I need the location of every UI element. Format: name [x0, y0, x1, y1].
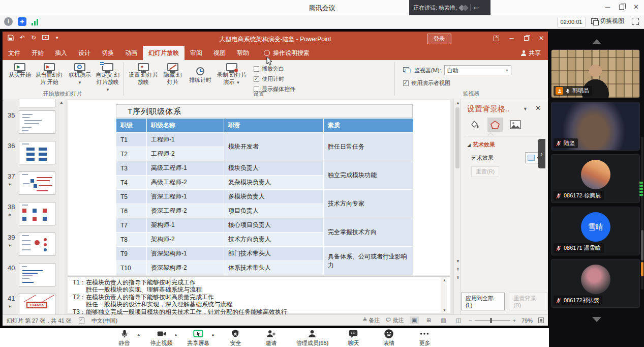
- slideshow-view-icon[interactable]: ◫: [454, 316, 463, 324]
- effects-pentagon-icon[interactable]: [487, 118, 503, 132]
- video-options-caret[interactable]: ▲: [174, 333, 178, 336]
- menu-transitions[interactable]: 切换: [96, 46, 119, 60]
- participant-tile[interactable]: 郭明晶: [551, 49, 640, 98]
- setup-show-button[interactable]: ● 设置 幻灯片放映: [128, 63, 159, 86]
- participant-tile[interactable]: 雪晴 086171 温雪晴: [551, 207, 640, 255]
- ppt-close-button[interactable]: ✕: [539, 35, 544, 42]
- redo-icon[interactable]: ↻: [31, 34, 36, 41]
- comments-toggle[interactable]: 🗩 批注: [386, 316, 404, 324]
- thumbnail-scrollbar[interactable]: ▲: [58, 99, 65, 314]
- qat-dropdown-icon[interactable]: ▼: [55, 36, 59, 40]
- thumbnail-37[interactable]: 37 ✶: [3, 171, 65, 197]
- slide-thumbnail-pane: 35 36 37 ✶ 38 ✶ 39: [3, 99, 65, 314]
- stop-video-button[interactable]: 停止视频: [146, 328, 177, 347]
- restore-button[interactable]: [619, 5, 624, 10]
- picture-fill-icon[interactable]: [508, 118, 523, 132]
- thumbnail-39[interactable]: 39 ✶: [3, 233, 65, 258]
- menu-animations[interactable]: 动画: [119, 46, 143, 60]
- artistic-effects-section[interactable]: ◢艺术效果: [467, 141, 495, 149]
- thumbnail-36[interactable]: 36: [3, 141, 65, 166]
- from-current-button[interactable]: ▶ 从当前幻灯片 开始: [34, 63, 65, 86]
- reply-arrow-icon[interactable]: ↩: [473, 4, 479, 12]
- thumbnail-38[interactable]: 38 ✶: [3, 202, 65, 227]
- from-beginning-button[interactable]: ▶ 从头开始: [7, 63, 33, 79]
- scroll-down-arrow[interactable]: [592, 317, 601, 322]
- fit-to-window-icon[interactable]: [538, 317, 544, 323]
- rehearse-timings-button[interactable]: 排练计时: [187, 67, 214, 84]
- security-button[interactable]: 安全: [220, 328, 251, 347]
- use-timings-checkbox[interactable]: 使用计时: [254, 75, 295, 83]
- tell-me-search[interactable]: 操作说明搜索: [255, 46, 310, 60]
- chat-button[interactable]: 聊天: [338, 328, 369, 347]
- sidebar-scroll-thumb[interactable]: [641, 230, 643, 261]
- zoom-level[interactable]: 79%: [522, 317, 533, 324]
- more-button[interactable]: 更多: [409, 328, 440, 347]
- zoom-slider[interactable]: − +: [469, 317, 516, 324]
- emoji-button[interactable]: 表情: [373, 328, 405, 347]
- apply-to-all-button[interactable]: 应用到全部(L): [461, 293, 505, 310]
- thumbnail-40[interactable]: 40: [3, 263, 65, 288]
- minimize-button[interactable]: ─: [605, 3, 610, 11]
- present-online-button[interactable]: 联机演示 ▼: [67, 63, 93, 86]
- custom-show-button[interactable]: 自定义 幻灯片放映 ▼: [94, 63, 121, 93]
- record-slideshow-button[interactable]: 录制 幻灯片演示 ▼: [216, 63, 248, 86]
- reset-effect-button[interactable]: 重置(R): [471, 166, 499, 177]
- menu-design[interactable]: 设计: [73, 46, 96, 60]
- hide-slide-button[interactable]: 隐藏 幻灯片: [161, 63, 185, 86]
- notes-scrollbar[interactable]: ▲▼: [441, 277, 447, 313]
- presenter-view-checkbox[interactable]: 使用演示者视图: [403, 79, 450, 87]
- language-indicator[interactable]: 中文(中国): [91, 317, 117, 325]
- zoom-in-icon[interactable]: +: [513, 317, 516, 324]
- switch-view-button[interactable]: 切换视图: [591, 17, 624, 25]
- share-button[interactable]: 共享: [514, 46, 548, 60]
- play-narrations-checkbox[interactable]: 播放旁白: [254, 65, 295, 73]
- spellcheck-icon[interactable]: [79, 317, 84, 324]
- normal-view-icon[interactable]: ▣: [410, 316, 419, 324]
- menu-file[interactable]: 文件: [3, 46, 26, 60]
- save-icon[interactable]: [8, 35, 14, 41]
- undo-icon[interactable]: ↶: [20, 34, 25, 41]
- participant-tile[interactable]: 086172祁弘弢: [551, 259, 640, 308]
- thumbnail-35[interactable]: 35: [3, 110, 65, 136]
- scroll-up-arrow[interactable]: [592, 39, 601, 44]
- sidebar-collapse-handle[interactable]: ›: [538, 139, 545, 168]
- panel-close-icon[interactable]: ✕: [535, 104, 541, 112]
- participant-tile[interactable]: 陆坚: [551, 102, 640, 151]
- menu-home[interactable]: 开始: [26, 46, 49, 60]
- reading-view-icon[interactable]: ▥: [439, 316, 448, 324]
- menu-help[interactable]: 帮助: [231, 46, 255, 60]
- participant-tile[interactable]: 086172-徐腾辰: [551, 154, 640, 203]
- slide-scrollbar[interactable]: ▲ ▼⇞⇟: [453, 99, 461, 314]
- protection-shield-icon[interactable]: ✚: [18, 17, 26, 26]
- fullscreen-icon[interactable]: [632, 18, 639, 25]
- ppt-login-button[interactable]: 登录: [427, 34, 451, 44]
- scrollbar-thumb[interactable]: [455, 107, 459, 168]
- mute-button[interactable]: 静音: [109, 328, 140, 347]
- ribbon-options-icon[interactable]: [494, 36, 499, 41]
- ppt-restore-button[interactable]: [524, 36, 529, 41]
- panel-dropdown-icon[interactable]: ▼: [523, 106, 528, 111]
- menu-review[interactable]: 审阅: [185, 46, 208, 60]
- meeting-info-icon[interactable]: i: [4, 17, 13, 26]
- thumbnail-partial[interactable]: [19, 99, 55, 107]
- manage-members-button[interactable]: 管理成员(65): [291, 328, 333, 347]
- slide-sorter-icon[interactable]: ⊞: [424, 316, 433, 324]
- ppt-minimize-button[interactable]: ─: [509, 35, 514, 42]
- notes-toggle[interactable]: ≜ 备注: [362, 316, 380, 324]
- monitor-select[interactable]: 自动˅: [444, 65, 511, 75]
- close-button[interactable]: ✕: [633, 3, 639, 11]
- notes-text-area[interactable]: T1：在模块负责人的指导下能够按时完成工作 胜任一般模块的实现、理解基础系统与流…: [68, 277, 450, 313]
- slideshow-qat-icon[interactable]: [42, 35, 49, 41]
- mute-options-caret[interactable]: ▲: [137, 333, 141, 336]
- menu-view[interactable]: 视图: [208, 46, 231, 60]
- share-screen-button[interactable]: 共享屏幕: [182, 328, 214, 347]
- reset-background-button[interactable]: 重置背景(B): [509, 293, 548, 310]
- menu-slideshow-active[interactable]: 幻灯片放映: [143, 46, 185, 60]
- menu-insert[interactable]: 插入: [49, 46, 73, 60]
- thumbnail-41[interactable]: 41 ✶ THANKS: [3, 294, 65, 314]
- notes-splitter[interactable]: [68, 276, 450, 277]
- share-options-caret[interactable]: ▲: [211, 333, 214, 336]
- zoom-out-icon[interactable]: −: [469, 317, 472, 324]
- fill-bucket-icon[interactable]: [467, 118, 482, 132]
- invite-button[interactable]: 邀请: [255, 328, 287, 347]
